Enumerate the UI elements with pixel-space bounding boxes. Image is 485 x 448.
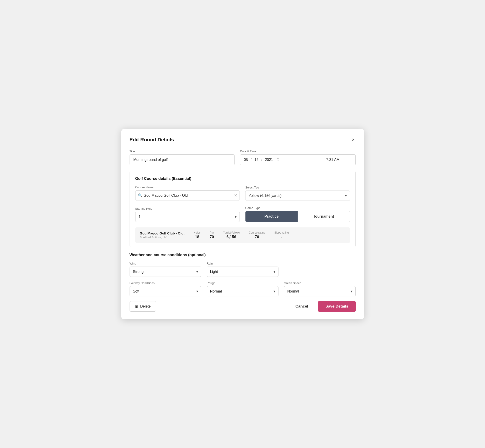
date-day: 12 bbox=[254, 158, 259, 162]
fairway-label: Fairway Conditions bbox=[129, 281, 201, 285]
holes-value: 18 bbox=[195, 235, 199, 239]
stat-course-rating: Course rating 70 bbox=[249, 231, 265, 239]
rain-dropdown[interactable]: None Light Moderate Heavy bbox=[207, 267, 278, 277]
course-name-group: Course Name 🔍 ✕ bbox=[135, 185, 240, 201]
time-value: 7:31 AM bbox=[326, 158, 340, 162]
rough-group: Rough Light Normal Heavy ▾ bbox=[207, 281, 278, 296]
game-type-toggle: Practice Tournament bbox=[245, 211, 350, 222]
datetime-fields: 05 / 12 / 2021 🗓 7:31 AM bbox=[240, 154, 356, 165]
select-tee-label: Select Tee bbox=[245, 186, 350, 189]
save-button[interactable]: Save Details bbox=[318, 301, 356, 312]
clear-icon[interactable]: ✕ bbox=[234, 193, 237, 198]
starting-hole-dropdown[interactable]: 1 bbox=[135, 212, 240, 222]
golf-course-section: Golf Course details (Essential) Course N… bbox=[129, 171, 356, 247]
title-datetime-row: Title Date & Time 05 / 12 / 2021 🗓 7:31 … bbox=[129, 150, 356, 165]
green-speed-wrap: Slow Normal Fast Very Fast ▾ bbox=[284, 286, 356, 296]
golf-section-title: Golf Course details (Essential) bbox=[135, 176, 350, 181]
rough-wrap: Light Normal Heavy ▾ bbox=[207, 286, 278, 296]
course-info-name-block: Gog Magog Golf Club - Old, Shelford Bott… bbox=[140, 231, 185, 239]
course-name-input[interactable] bbox=[135, 190, 240, 201]
green-speed-dropdown[interactable]: Slow Normal Fast Very Fast bbox=[284, 286, 356, 296]
calendar-icon: 🗓 bbox=[276, 157, 280, 162]
datetime-label: Date & Time bbox=[240, 150, 356, 153]
wind-dropdown[interactable]: Calm Light Moderate Strong Very Strong bbox=[129, 267, 201, 277]
rough-label: Rough bbox=[207, 281, 278, 285]
fairway-dropdown[interactable]: Soft Normal Firm Hard bbox=[129, 286, 201, 296]
date-field[interactable]: 05 / 12 / 2021 🗓 bbox=[240, 154, 310, 165]
search-icon: 🔍 bbox=[138, 193, 143, 198]
game-type-group: Game Type Practice Tournament bbox=[245, 206, 350, 222]
fairway-group: Fairway Conditions Soft Normal Firm Hard… bbox=[129, 281, 201, 296]
cancel-button[interactable]: Cancel bbox=[292, 302, 312, 311]
rough-dropdown[interactable]: Light Normal Heavy bbox=[207, 286, 278, 296]
course-info-bar: Gog Magog Golf Club - Old, Shelford Bott… bbox=[135, 227, 350, 243]
course-info-name: Gog Magog Golf Club - Old, bbox=[140, 231, 185, 235]
green-speed-label: Green Speed bbox=[284, 281, 356, 285]
yards-value: 6,156 bbox=[226, 235, 236, 239]
starting-hole-group: Starting Hole 1 ▾ bbox=[135, 207, 240, 222]
starting-hole-wrap: 1 ▾ bbox=[135, 212, 240, 222]
delete-label: Delete bbox=[140, 304, 151, 308]
title-group: Title bbox=[129, 150, 234, 165]
stat-holes: Holes 18 bbox=[194, 231, 201, 239]
date-month: 05 bbox=[244, 158, 248, 162]
slope-rating-label: Slope rating bbox=[274, 231, 289, 234]
practice-button[interactable]: Practice bbox=[245, 211, 298, 222]
title-label: Title bbox=[129, 150, 234, 153]
course-info-location: Shelford Bottom, UK bbox=[140, 236, 185, 239]
wind-wrap: Calm Light Moderate Strong Very Strong ▾ bbox=[129, 267, 201, 277]
course-rating-label: Course rating bbox=[249, 231, 265, 234]
wind-label: Wind bbox=[129, 262, 201, 265]
course-name-wrap: 🔍 ✕ bbox=[135, 190, 240, 201]
date-year: 2021 bbox=[265, 158, 273, 162]
rain-group: Rain None Light Moderate Heavy ▾ bbox=[207, 262, 278, 277]
delete-button[interactable]: 🗑 Delete bbox=[129, 301, 156, 312]
trash-icon: 🗑 bbox=[135, 304, 138, 308]
starting-hole-label: Starting Hole bbox=[135, 207, 240, 210]
weather-section-title: Weather and course conditions (optional) bbox=[129, 253, 356, 257]
game-type-label: Game Type bbox=[245, 206, 350, 210]
select-tee-group: Select Tee Yellow (6,156 yards) ▾ bbox=[245, 186, 350, 201]
wind-group: Wind Calm Light Moderate Strong Very Str… bbox=[129, 262, 201, 277]
title-input[interactable] bbox=[129, 154, 234, 165]
footer-right: Cancel Save Details bbox=[292, 301, 356, 312]
course-tee-row: Course Name 🔍 ✕ Select Tee Yellow (6,156… bbox=[135, 185, 350, 201]
edit-round-modal: Edit Round Details × Title Date & Time 0… bbox=[121, 129, 364, 319]
stat-par: Par 70 bbox=[210, 231, 214, 239]
yards-label: Yards(Yellow) bbox=[223, 231, 240, 234]
modal-title: Edit Round Details bbox=[129, 137, 174, 143]
holes-label: Holes bbox=[194, 231, 201, 234]
select-tee-wrap: Yellow (6,156 yards) ▾ bbox=[245, 191, 350, 201]
hole-gametype-row: Starting Hole 1 ▾ Game Type Practice Tou… bbox=[135, 206, 350, 222]
green-speed-group: Green Speed Slow Normal Fast Very Fast ▾ bbox=[284, 281, 356, 296]
rain-wrap: None Light Moderate Heavy ▾ bbox=[207, 267, 278, 277]
wind-rain-row: Wind Calm Light Moderate Strong Very Str… bbox=[129, 262, 356, 277]
slope-rating-value: - bbox=[281, 235, 282, 239]
conditions-row: Fairway Conditions Soft Normal Firm Hard… bbox=[129, 281, 356, 296]
rain-label: Rain bbox=[207, 262, 278, 265]
par-label: Par bbox=[210, 231, 214, 234]
fairway-wrap: Soft Normal Firm Hard ▾ bbox=[129, 286, 201, 296]
tournament-button[interactable]: Tournament bbox=[298, 211, 350, 222]
course-name-label: Course Name bbox=[135, 185, 240, 189]
weather-section: Weather and course conditions (optional)… bbox=[129, 253, 356, 296]
course-rating-value: 70 bbox=[255, 235, 259, 239]
par-value: 70 bbox=[210, 235, 214, 239]
modal-header: Edit Round Details × bbox=[129, 136, 356, 143]
datetime-group: Date & Time 05 / 12 / 2021 🗓 7:31 AM bbox=[240, 150, 356, 165]
select-tee-dropdown[interactable]: Yellow (6,156 yards) bbox=[245, 191, 350, 201]
stat-yards: Yards(Yellow) 6,156 bbox=[223, 231, 240, 239]
footer-row: 🗑 Delete Cancel Save Details bbox=[129, 301, 356, 312]
time-field[interactable]: 7:31 AM bbox=[310, 154, 356, 165]
date-sep1: / bbox=[251, 158, 252, 162]
date-sep2: / bbox=[261, 158, 262, 162]
stat-slope-rating: Slope rating - bbox=[274, 231, 289, 239]
close-button[interactable]: × bbox=[351, 136, 356, 143]
